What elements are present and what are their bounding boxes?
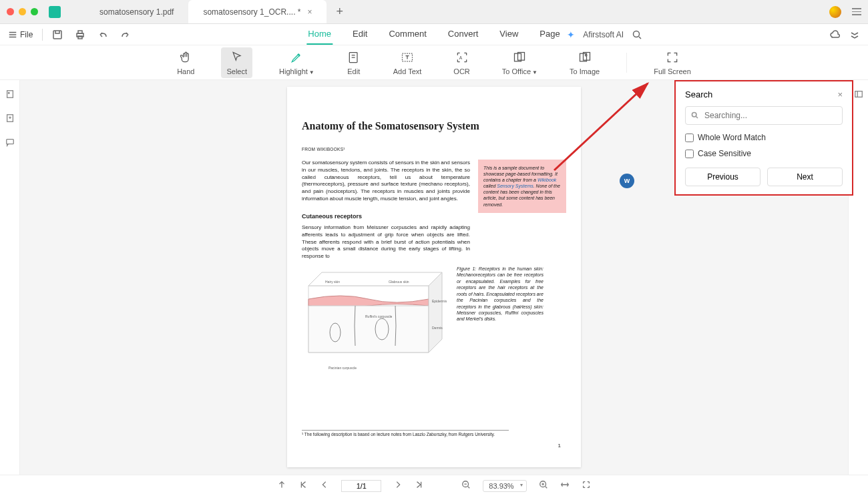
- comments-icon[interactable]: [5, 138, 15, 150]
- panel-toggle-icon[interactable]: [854, 89, 863, 101]
- body-para: Sensory information from Meissner corpus…: [302, 224, 470, 260]
- svg-point-12: [585, 54, 587, 56]
- highlight-tool[interactable]: Highlight▼: [274, 47, 320, 78]
- first-page-icon[interactable]: [298, 480, 308, 491]
- tool-label: Select: [226, 67, 247, 75]
- svg-rect-0: [53, 31, 61, 39]
- maximize-window-icon[interactable]: [31, 8, 38, 15]
- close-tab-icon[interactable]: ×: [307, 7, 312, 17]
- svg-point-14: [8, 92, 9, 93]
- document-tabs: somatosensory 1.pdf somatosensory 1_OCR.…: [85, 0, 343, 23]
- file-menu-button[interactable]: File: [8, 30, 33, 39]
- svg-rect-3: [78, 36, 82, 39]
- file-menu-label: File: [20, 30, 33, 39]
- hamburger-menu-icon[interactable]: [852, 8, 861, 15]
- to-office-tool[interactable]: To Office▼: [497, 47, 543, 78]
- window-controls: [7, 8, 38, 15]
- close-icon[interactable]: ×: [837, 89, 843, 99]
- search-icon[interactable]: [632, 29, 642, 40]
- titlebar: somatosensory 1.pdf somatosensory 1_OCR.…: [0, 0, 868, 24]
- tool-label: Highlight▼: [279, 67, 314, 75]
- search-panel: Search × Whole Word Match Case Sensitive…: [674, 80, 853, 196]
- svg-rect-2: [78, 31, 82, 33]
- add-text-tool[interactable]: Add Text: [388, 47, 427, 78]
- print-icon[interactable]: [75, 29, 85, 40]
- scroll-up-icon[interactable]: [277, 480, 286, 491]
- save-icon[interactable]: [52, 29, 63, 40]
- tab-label: somatosensory 1.pdf: [99, 7, 174, 17]
- case-sensitive-checkbox[interactable]: Case Sensitive: [685, 149, 843, 158]
- undo-icon[interactable]: [97, 29, 108, 40]
- close-window-icon[interactable]: [7, 8, 14, 15]
- page-number-input[interactable]: [341, 480, 381, 492]
- page-number: 1: [558, 443, 561, 449]
- tool-label: To Office▼: [502, 67, 537, 75]
- user-avatar-icon[interactable]: [829, 6, 841, 18]
- tab-document-1[interactable]: somatosensory 1.pdf: [85, 0, 188, 23]
- search-title: Search: [685, 89, 712, 99]
- edit-tool[interactable]: Edit: [341, 47, 367, 78]
- toolbar: Hand Select Highlight▼ Edit Add Text AOC…: [0, 45, 868, 80]
- sensory-link[interactable]: Sensory Systems: [497, 184, 533, 188]
- callout-box: This is a sample document to showcase pa…: [478, 160, 566, 213]
- menubar: File Home Edit Comment Convert View Page…: [0, 24, 868, 45]
- add-tab-icon[interactable]: +: [336, 5, 343, 19]
- tool-label: Edit: [347, 67, 360, 75]
- menu-view[interactable]: View: [498, 24, 519, 45]
- to-image-tool[interactable]: To Image: [564, 47, 605, 78]
- figure-caption: Figure 1: Receptors in the human skin: M…: [457, 266, 544, 379]
- fullscreen-tool[interactable]: Full Screen: [648, 47, 696, 78]
- wikibook-link[interactable]: Wikibook: [537, 178, 556, 182]
- checkbox-label: Case Sensitive: [698, 149, 751, 158]
- fit-width-icon[interactable]: [560, 480, 570, 491]
- tool-label: Full Screen: [654, 67, 691, 75]
- next-button[interactable]: Next: [767, 168, 843, 186]
- zoom-out-icon[interactable]: [461, 480, 471, 491]
- document-source: FROM WIKIBOOKS¹: [302, 147, 566, 152]
- more-icon[interactable]: [849, 29, 860, 40]
- tab-document-2[interactable]: somatosensory 1_OCR.... * ×: [188, 0, 327, 23]
- svg-rect-16: [6, 140, 13, 144]
- menu-home[interactable]: Home: [306, 24, 333, 45]
- redo-icon[interactable]: [120, 29, 131, 40]
- app-logo-icon: [49, 6, 61, 18]
- thumbnails-icon[interactable]: [5, 89, 15, 101]
- cloud-icon[interactable]: [829, 29, 840, 40]
- status-bar: 83.93%: [0, 475, 868, 496]
- prev-page-icon[interactable]: [320, 480, 329, 491]
- hand-tool[interactable]: Hand: [172, 47, 200, 78]
- previous-button[interactable]: Previous: [685, 168, 761, 186]
- last-page-icon[interactable]: [415, 480, 424, 491]
- tool-label: OCR: [453, 67, 469, 75]
- figure-skin-diagram: Hairy skin Glabrous skin Epidermis Dermi…: [302, 266, 449, 379]
- menu-convert[interactable]: Convert: [447, 24, 480, 45]
- bookmarks-icon[interactable]: [5, 113, 15, 126]
- search-input[interactable]: [685, 106, 843, 125]
- word-export-badge-icon[interactable]: W: [620, 174, 634, 188]
- svg-text:Ruffini's corpuscle: Ruffini's corpuscle: [365, 314, 393, 318]
- ocr-tool[interactable]: AOCR: [448, 47, 475, 78]
- subheading: Cutaneous receptors: [302, 212, 470, 220]
- tool-label: Add Text: [393, 67, 422, 75]
- zoom-in-icon[interactable]: [539, 480, 548, 491]
- ai-button[interactable]: Afirstsoft AI: [583, 30, 624, 39]
- search-field-icon: [690, 111, 699, 119]
- fit-page-icon[interactable]: [582, 480, 591, 491]
- minimize-window-icon[interactable]: [19, 8, 26, 15]
- menu-edit[interactable]: Edit: [351, 24, 369, 45]
- menu-comment[interactable]: Comment: [387, 24, 427, 45]
- menu-page[interactable]: Page: [538, 24, 561, 45]
- main-menu-tabs: Home Edit Comment Convert View Page: [306, 24, 561, 45]
- svg-text:Epidermis: Epidermis: [432, 299, 447, 303]
- next-page-icon[interactable]: [393, 480, 403, 491]
- zoom-select[interactable]: 83.93%: [483, 480, 526, 492]
- tab-label: somatosensory 1_OCR.... *: [203, 7, 300, 17]
- select-tool[interactable]: Select: [221, 47, 252, 78]
- svg-point-27: [692, 112, 696, 117]
- whole-word-checkbox[interactable]: Whole Word Match: [685, 133, 843, 142]
- svg-text:Pacinian corpuscle: Pacinian corpuscle: [329, 366, 357, 370]
- svg-text:Glabrous skin: Glabrous skin: [389, 280, 409, 284]
- body-para: Our somatosensory system consists of sen…: [302, 160, 470, 203]
- pdf-page: Anatomy of the Somatosensory System FROM…: [287, 87, 581, 467]
- svg-text:Hairy skin: Hairy skin: [325, 280, 340, 284]
